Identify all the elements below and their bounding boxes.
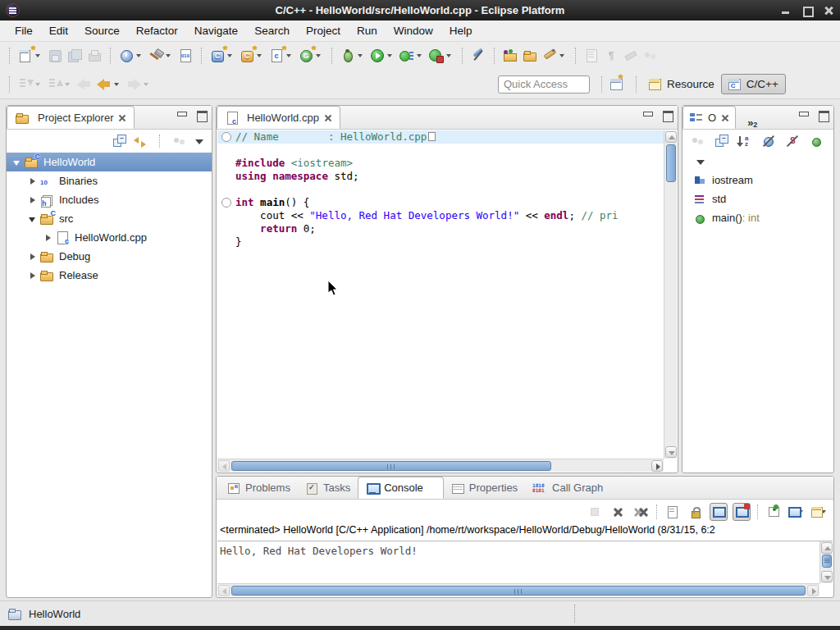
outline-collapse-all-icon[interactable] bbox=[714, 135, 728, 148]
next-annotation-button[interactable] bbox=[16, 75, 44, 94]
binary-file-button[interactable]: 010 bbox=[176, 47, 194, 65]
menu-window[interactable]: Window bbox=[386, 21, 441, 40]
remove-launch-button[interactable] bbox=[609, 503, 627, 521]
scroll-lock-button[interactable] bbox=[687, 503, 705, 521]
fold-minus-icon[interactable]: − bbox=[217, 196, 235, 209]
show-console-stdout-button[interactable] bbox=[710, 503, 728, 521]
previous-annotation-button[interactable] bbox=[46, 75, 74, 94]
console-scroll-right-icon[interactable] bbox=[807, 585, 819, 596]
view-menu-icon[interactable] bbox=[193, 135, 207, 148]
editor-vertical-scrollbar[interactable] bbox=[664, 130, 677, 459]
back-button[interactable] bbox=[95, 77, 123, 92]
terminate-button[interactable] bbox=[586, 503, 604, 521]
mark-occurrences-button[interactable] bbox=[469, 47, 487, 65]
tree-item-src[interactable]: Csrc bbox=[7, 209, 212, 228]
more-tools-button[interactable] bbox=[641, 47, 660, 65]
gcov-button[interactable]: G* bbox=[297, 47, 325, 65]
editor-horizontal-scrollbar[interactable] bbox=[217, 459, 664, 472]
tab-outline[interactable]: O bbox=[682, 106, 736, 129]
search-button[interactable] bbox=[541, 47, 568, 65]
expand-arrow-icon[interactable] bbox=[27, 176, 39, 187]
tree-item-debug[interactable]: Debug bbox=[7, 247, 212, 266]
console-horizontal-scrollbar[interactable] bbox=[217, 583, 819, 596]
sort-icon[interactable] bbox=[738, 135, 752, 148]
perspective-cpp-button[interactable]: CC/C++ bbox=[721, 74, 786, 94]
code-line[interactable]: } bbox=[217, 235, 664, 249]
tree-item-binaries[interactable]: 10Binaries bbox=[7, 171, 212, 190]
save-all-button[interactable] bbox=[66, 47, 84, 65]
console-hscroll-thumb[interactable] bbox=[231, 586, 806, 596]
link-with-editor-icon[interactable] bbox=[133, 135, 147, 148]
expand-arrow-icon[interactable] bbox=[43, 232, 54, 244]
minimize-window-icon[interactable] bbox=[781, 6, 791, 16]
console-scroll-down-icon[interactable] bbox=[821, 571, 833, 582]
tree-item-includes[interactable]: hIncludes bbox=[7, 190, 212, 209]
maximize-editor-icon[interactable] bbox=[663, 111, 673, 120]
menu-project[interactable]: Project bbox=[298, 21, 349, 40]
menu-edit[interactable]: Edit bbox=[41, 21, 76, 40]
minimize-outline-icon[interactable] bbox=[799, 111, 809, 120]
hide-fields-icon[interactable] bbox=[762, 135, 776, 148]
minimize-editor-icon[interactable] bbox=[643, 111, 653, 120]
code-line[interactable] bbox=[217, 183, 664, 196]
menu-file[interactable]: File bbox=[7, 21, 41, 40]
editor-vscroll-thumb[interactable] bbox=[666, 144, 676, 182]
tab-helloworld-cpp[interactable]: c HelloWorld.cpp bbox=[217, 106, 340, 129]
open-type-button[interactable] bbox=[501, 47, 519, 65]
view-options-icon[interactable] bbox=[172, 135, 186, 148]
print-button[interactable] bbox=[85, 47, 103, 65]
tree-item-release[interactable]: Release bbox=[7, 266, 212, 285]
run-button[interactable] bbox=[368, 47, 396, 65]
open-console-button[interactable] bbox=[810, 503, 829, 521]
close-window-icon[interactable] bbox=[824, 6, 833, 16]
new-c-file-button[interactable]: c* bbox=[267, 47, 295, 65]
new-wizard-button[interactable]: * bbox=[16, 47, 44, 65]
clear-console-button[interactable] bbox=[664, 503, 682, 521]
console-scroll-up-icon[interactable] bbox=[821, 542, 833, 554]
open-perspective-button[interactable]: * bbox=[609, 76, 629, 92]
outline-view-menu-icon[interactable] bbox=[694, 155, 708, 168]
open-resource-button[interactable] bbox=[521, 47, 539, 65]
save-button[interactable] bbox=[46, 47, 64, 65]
expand-arrow-icon[interactable] bbox=[27, 194, 39, 206]
hide-non-public-members-icon[interactable] bbox=[810, 135, 824, 148]
run-history-button[interactable] bbox=[398, 47, 426, 65]
hide-static-members-icon[interactable] bbox=[786, 135, 800, 148]
display-console-button[interactable] bbox=[788, 503, 806, 521]
outline-item-iostream[interactable]: iostream bbox=[682, 171, 833, 189]
new-c-project-button[interactable]: C* bbox=[238, 47, 266, 65]
forward-button[interactable] bbox=[125, 77, 153, 92]
console-vscroll-thumb[interactable] bbox=[822, 555, 832, 568]
quick-access-input[interactable] bbox=[498, 75, 590, 94]
hidden-views-chevron[interactable]: »2 bbox=[747, 116, 757, 129]
build-button[interactable] bbox=[147, 47, 175, 65]
outline-options-icon[interactable] bbox=[691, 135, 705, 148]
perspective-resource-button[interactable]: Resource bbox=[642, 75, 721, 94]
menu-refactor[interactable]: Refactor bbox=[128, 21, 186, 40]
profile-button[interactable] bbox=[427, 47, 455, 65]
format-button[interactable] bbox=[622, 47, 640, 65]
menu-help[interactable]: Help bbox=[441, 21, 481, 40]
scroll-right-icon[interactable] bbox=[651, 460, 663, 472]
new-cpp-class-button[interactable]: C* bbox=[208, 47, 236, 65]
menu-source[interactable]: Source bbox=[76, 21, 128, 40]
collapse-all-icon[interactable] bbox=[112, 135, 126, 148]
console-scroll-left-icon[interactable] bbox=[218, 585, 230, 596]
collapse-arrow-icon[interactable] bbox=[11, 157, 23, 168]
menu-navigate[interactable]: Navigate bbox=[186, 21, 246, 40]
close-editor-icon[interactable] bbox=[324, 114, 331, 121]
menu-search[interactable]: Search bbox=[246, 21, 298, 40]
editor-hscroll-thumb[interactable] bbox=[231, 461, 551, 471]
maximize-window-icon[interactable] bbox=[802, 6, 812, 16]
tab-project-explorer[interactable]: Project Explorer bbox=[7, 106, 135, 129]
pin-console-button[interactable] bbox=[765, 503, 783, 521]
maximize-view-icon[interactable] bbox=[197, 111, 207, 120]
last-edit-location-nav-button[interactable] bbox=[75, 77, 94, 92]
remove-all-launches-button[interactable] bbox=[632, 503, 650, 521]
code-line[interactable] bbox=[217, 144, 664, 157]
show-console-stderr-button[interactable] bbox=[733, 503, 751, 521]
tree-item-helloworld[interactable]: CHelloWorld bbox=[7, 153, 212, 171]
outline-item-main[interactable]: main() : int bbox=[682, 208, 833, 227]
code-line[interactable]: #include <iostream> bbox=[217, 157, 664, 170]
tab-properties[interactable]: Properties bbox=[444, 477, 525, 499]
